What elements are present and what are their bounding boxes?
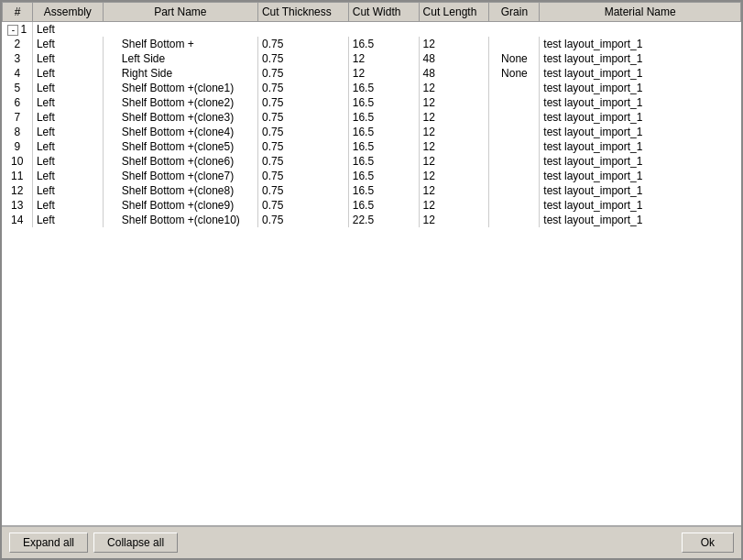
row-assembly: Left — [32, 139, 103, 154]
row-grain: None — [489, 51, 540, 66]
row-length: 12 — [419, 125, 489, 139]
row-partname: Shelf Bottom +(clone4) — [103, 125, 257, 139]
row-assembly: Left — [32, 110, 103, 125]
row-thickness: 0.75 — [257, 139, 348, 154]
row-num: 12 — [3, 183, 33, 198]
row-thickness: 0.75 — [257, 183, 348, 198]
row-material: test layout_import_1 — [540, 81, 741, 95]
row-width: 16.5 — [348, 198, 419, 213]
row-length: 12 — [419, 213, 489, 227]
row-assembly: Left — [32, 51, 103, 66]
row-partname: Shelf Bottom +(clone10) — [103, 213, 257, 227]
row-width: 16.5 — [348, 139, 419, 154]
row-material: test layout_import_1 — [540, 110, 741, 125]
collapse-all-button[interactable]: Collapse all — [93, 533, 178, 553]
row-material: test layout_import_1 — [540, 125, 741, 139]
row-thickness: 0.75 — [257, 169, 348, 183]
row-assembly: Left — [32, 95, 103, 110]
table-container: # Assembly Part Name Cut Thickness Cut W… — [2, 2, 741, 526]
table-body: -1Left2LeftShelf Bottom +0.7516.512test … — [3, 22, 741, 228]
col-header-grain: Grain — [489, 3, 540, 22]
table-row: 14LeftShelf Bottom +(clone10)0.7522.512t… — [3, 213, 741, 227]
table-row: 7LeftShelf Bottom +(clone3)0.7516.512tes… — [3, 110, 741, 125]
row-thickness: 0.75 — [257, 110, 348, 125]
row-partname: Shelf Bottom + — [103, 37, 257, 51]
row-grain — [489, 213, 540, 227]
row-group-label: Left — [32, 22, 740, 38]
row-partname: Shelf Bottom +(clone5) — [103, 139, 257, 154]
row-assembly: Left — [32, 154, 103, 169]
footer-left: Expand all Collapse all — [9, 533, 178, 553]
row-thickness: 0.75 — [257, 198, 348, 213]
row-material: test layout_import_1 — [540, 95, 741, 110]
row-num: 9 — [3, 139, 33, 154]
row-width: 12 — [348, 51, 419, 66]
row-num: 7 — [3, 110, 33, 125]
row-length: 48 — [419, 66, 489, 81]
row-width: 16.5 — [348, 81, 419, 95]
row-assembly: Left — [32, 37, 103, 51]
row-width: 16.5 — [348, 169, 419, 183]
col-header-partname: Part Name — [103, 3, 257, 22]
table-row: 6LeftShelf Bottom +(clone2)0.7516.512tes… — [3, 95, 741, 110]
row-grain — [489, 139, 540, 154]
row-width: 16.5 — [348, 154, 419, 169]
row-grain — [489, 110, 540, 125]
table-row: 9LeftShelf Bottom +(clone5)0.7516.512tes… — [3, 139, 741, 154]
row-num: 11 — [3, 169, 33, 183]
row-width: 16.5 — [348, 110, 419, 125]
row-assembly: Left — [32, 66, 103, 81]
parts-table: # Assembly Part Name Cut Thickness Cut W… — [2, 2, 741, 227]
row-num: 8 — [3, 125, 33, 139]
ok-button[interactable]: Ok — [682, 533, 734, 553]
table-row: -1Left — [3, 22, 741, 38]
table-row: 2LeftShelf Bottom +0.7516.512test layout… — [3, 37, 741, 51]
row-length: 48 — [419, 51, 489, 66]
row-partname: Shelf Bottom +(clone7) — [103, 169, 257, 183]
row-assembly: Left — [32, 213, 103, 227]
row-partname: Shelf Bottom +(clone9) — [103, 198, 257, 213]
row-grain — [489, 169, 540, 183]
row-partname: Shelf Bottom +(clone2) — [103, 95, 257, 110]
row-grain: None — [489, 66, 540, 81]
row-grain — [489, 81, 540, 95]
row-length: 12 — [419, 95, 489, 110]
table-row: 8LeftShelf Bottom +(clone4)0.7516.512tes… — [3, 125, 741, 139]
row-width: 16.5 — [348, 95, 419, 110]
tree-toggle[interactable]: - — [7, 25, 18, 36]
row-length: 12 — [419, 198, 489, 213]
row-grain — [489, 125, 540, 139]
row-material: test layout_import_1 — [540, 183, 741, 198]
main-window: # Assembly Part Name Cut Thickness Cut W… — [0, 0, 743, 560]
table-row: 3LeftLeft Side0.751248Nonetest layout_im… — [3, 51, 741, 66]
row-length: 12 — [419, 169, 489, 183]
row-assembly: Left — [32, 198, 103, 213]
row-length: 12 — [419, 183, 489, 198]
row-width: 16.5 — [348, 125, 419, 139]
row-thickness: 0.75 — [257, 125, 348, 139]
row-width: 22.5 — [348, 213, 419, 227]
row-partname: Left Side — [103, 51, 257, 66]
row-num: 4 — [3, 66, 33, 81]
table-row: 13LeftShelf Bottom +(clone9)0.7516.512te… — [3, 198, 741, 213]
row-partname: Shelf Bottom +(clone6) — [103, 154, 257, 169]
row-assembly: Left — [32, 169, 103, 183]
row-length: 12 — [419, 81, 489, 95]
row-partname: Shelf Bottom +(clone1) — [103, 81, 257, 95]
col-header-material: Material Name — [540, 3, 741, 22]
row-material: test layout_import_1 — [540, 198, 741, 213]
row-thickness: 0.75 — [257, 66, 348, 81]
row-grain — [489, 198, 540, 213]
row-grain — [489, 154, 540, 169]
row-material: test layout_import_1 — [540, 66, 741, 81]
col-header-length: Cut Length — [419, 3, 489, 22]
row-length: 12 — [419, 110, 489, 125]
expand-all-button[interactable]: Expand all — [9, 533, 88, 553]
row-grain — [489, 183, 540, 198]
row-grain — [489, 95, 540, 110]
row-width: 16.5 — [348, 37, 419, 51]
row-num: 14 — [3, 213, 33, 227]
row-width: 12 — [348, 66, 419, 81]
row-length: 12 — [419, 37, 489, 51]
row-thickness: 0.75 — [257, 95, 348, 110]
